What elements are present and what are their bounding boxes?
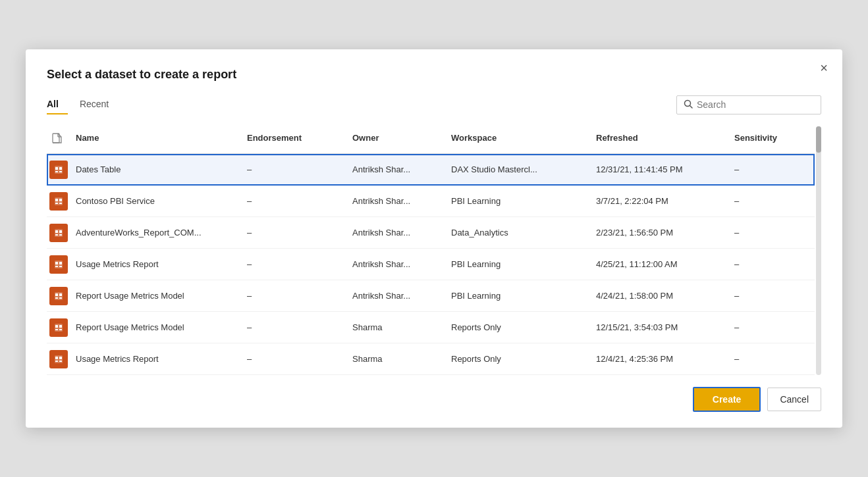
- row-endorsement: –: [242, 159, 347, 180]
- col-name: Name: [70, 130, 242, 149]
- row-workspace: Reports Only: [446, 349, 591, 369]
- table-row[interactable]: Usage Metrics Report – Sharma Reports On…: [47, 343, 815, 375]
- table-row[interactable]: Dates Table – Antriksh Shar... DAX Studi…: [47, 154, 815, 186]
- svg-rect-39: [59, 361, 62, 362]
- search-icon: [684, 99, 693, 111]
- svg-rect-12: [59, 199, 62, 201]
- row-refreshed: 2/23/21, 1:56:50 PM: [591, 222, 729, 243]
- close-button[interactable]: ×: [820, 61, 828, 74]
- table-row[interactable]: Report Usage Metrics Model – Antriksh Sh…: [47, 280, 815, 312]
- dataset-icon: [49, 287, 68, 305]
- table-area: Name Endorsement Owner Workspace Refresh…: [47, 126, 821, 375]
- dataset-icon: [49, 192, 68, 211]
- col-refreshed: Refreshed: [591, 130, 729, 149]
- svg-rect-29: [59, 297, 62, 299]
- row-icon-cell: [47, 187, 70, 216]
- svg-rect-38: [55, 361, 58, 362]
- svg-rect-14: [59, 203, 62, 204]
- svg-line-1: [690, 105, 693, 108]
- svg-rect-23: [55, 266, 58, 267]
- svg-rect-37: [59, 357, 62, 359]
- row-sensitivity: –: [729, 191, 815, 211]
- svg-rect-8: [55, 171, 58, 172]
- row-endorsement: –: [242, 317, 347, 338]
- row-refreshed: 12/15/21, 3:54:03 PM: [591, 317, 729, 338]
- table-row[interactable]: Usage Metrics Report – Antriksh Shar... …: [47, 249, 815, 280]
- tab-group: All Recent: [47, 95, 130, 114]
- svg-rect-32: [59, 325, 62, 328]
- row-icon-cell: [47, 313, 70, 342]
- table-row[interactable]: AdventureWorks_Report_COM... – Antriksh …: [47, 217, 815, 249]
- svg-rect-28: [55, 297, 58, 299]
- search-box: [676, 95, 821, 114]
- svg-rect-6: [55, 167, 58, 170]
- row-owner: Sharma: [347, 317, 446, 338]
- row-refreshed: 4/24/21, 1:58:00 PM: [591, 286, 729, 306]
- svg-rect-26: [55, 293, 58, 296]
- table-row[interactable]: Contoso PBI Service – Antriksh Shar... P…: [47, 186, 815, 217]
- dataset-icon: [49, 350, 68, 368]
- row-owner: Antriksh Shar...: [347, 222, 446, 243]
- create-button[interactable]: Create: [693, 387, 761, 412]
- svg-rect-31: [55, 325, 58, 328]
- row-icon-cell: [47, 282, 70, 311]
- row-owner: Sharma: [347, 349, 446, 369]
- row-refreshed: 3/7/21, 2:22:04 PM: [591, 191, 729, 211]
- table-header: Name Endorsement Owner Workspace Refresh…: [47, 126, 815, 154]
- row-sensitivity: –: [729, 286, 815, 306]
- row-endorsement: –: [242, 254, 347, 274]
- dataset-icon: [49, 161, 68, 179]
- row-workspace: Data_Analytics: [446, 222, 591, 243]
- col-endorsement: Endorsement: [242, 130, 347, 149]
- svg-rect-9: [59, 171, 62, 172]
- cancel-button[interactable]: Cancel: [767, 388, 821, 411]
- search-input[interactable]: [697, 99, 814, 110]
- col-owner: Owner: [347, 130, 446, 149]
- svg-rect-19: [59, 234, 62, 236]
- row-owner: Antriksh Shar...: [347, 159, 446, 180]
- dialog-footer: Create Cancel: [47, 387, 821, 412]
- scrollbar-thumb[interactable]: [816, 126, 821, 153]
- tab-recent[interactable]: Recent: [80, 95, 118, 114]
- row-owner: Antriksh Shar...: [347, 254, 446, 274]
- table-body: Dates Table – Antriksh Shar... DAX Studi…: [47, 154, 815, 375]
- scrollbar[interactable]: [816, 126, 821, 375]
- svg-rect-34: [59, 329, 62, 330]
- svg-rect-27: [59, 293, 62, 296]
- dataset-icon: [49, 224, 68, 242]
- svg-rect-13: [55, 203, 58, 204]
- dataset-icon: [49, 318, 68, 337]
- svg-rect-16: [55, 230, 58, 233]
- table-row[interactable]: Report Usage Metrics Model – Sharma Repo…: [47, 312, 815, 343]
- row-name: Usage Metrics Report: [70, 349, 242, 369]
- row-workspace: DAX Studio Mastercl...: [446, 159, 591, 180]
- dataset-table: Name Endorsement Owner Workspace Refresh…: [47, 126, 815, 375]
- row-name: Report Usage Metrics Model: [70, 317, 242, 338]
- svg-rect-33: [55, 329, 58, 330]
- row-endorsement: –: [242, 222, 347, 243]
- svg-rect-21: [55, 262, 58, 264]
- row-icon-cell: [47, 155, 70, 184]
- row-sensitivity: –: [729, 254, 815, 274]
- col-icon: [47, 130, 70, 149]
- row-icon-cell: [47, 218, 70, 247]
- row-endorsement: –: [242, 349, 347, 369]
- row-workspace: PBI Learning: [446, 254, 591, 274]
- select-dataset-dialog: Select a dataset to create a report × Al…: [26, 49, 842, 428]
- row-refreshed: 12/4/21, 4:25:36 PM: [591, 349, 729, 369]
- dataset-icon: [49, 255, 68, 274]
- tab-all[interactable]: All: [47, 95, 68, 114]
- row-workspace: PBI Learning: [446, 191, 591, 211]
- row-workspace: PBI Learning: [446, 286, 591, 306]
- row-workspace: Reports Only: [446, 317, 591, 338]
- table-scroll: Name Endorsement Owner Workspace Refresh…: [47, 126, 815, 375]
- svg-rect-22: [59, 262, 62, 264]
- col-sensitivity: Sensitivity: [729, 130, 815, 149]
- row-endorsement: –: [242, 286, 347, 306]
- svg-rect-18: [55, 234, 58, 236]
- svg-rect-36: [55, 357, 58, 359]
- row-name: AdventureWorks_Report_COM...: [70, 222, 242, 243]
- row-refreshed: 12/31/21, 11:41:45 PM: [591, 159, 729, 180]
- row-name: Dates Table: [70, 159, 242, 180]
- row-owner: Antriksh Shar...: [347, 191, 446, 211]
